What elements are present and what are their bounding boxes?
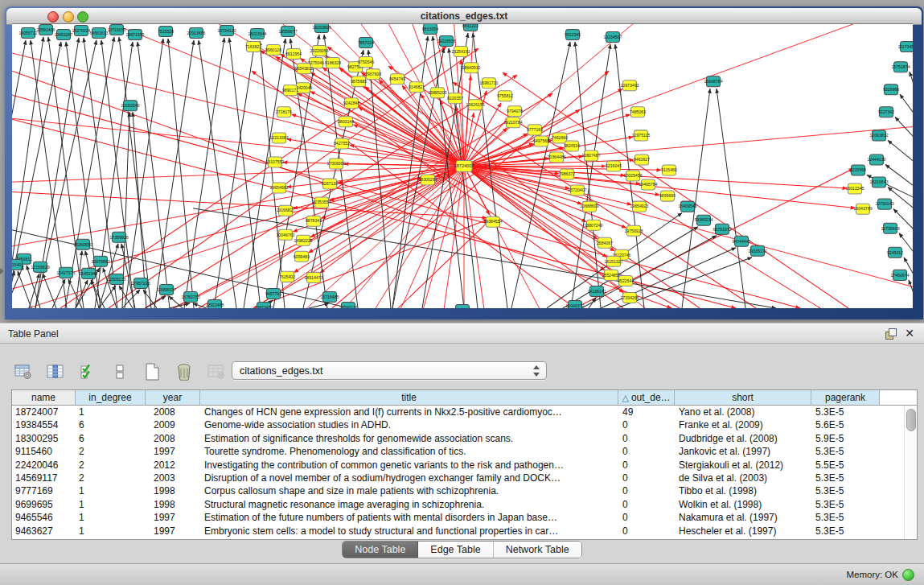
network-node[interactable]: 19756928: [624, 225, 643, 236]
network-node[interactable]: 18640910: [462, 63, 480, 73]
network-node[interactable]: 9115460: [661, 165, 677, 175]
network-node[interactable]: 9329966: [883, 84, 899, 95]
network-node[interactable]: 3315401: [12, 259, 23, 270]
network-node[interactable]: 2967608: [365, 69, 381, 80]
network-node[interactable]: 18807249: [584, 220, 602, 230]
table-row[interactable]: 946362711997Embryonic stem cells: a mode…: [12, 525, 917, 538]
tab-network-table[interactable]: Network Table: [494, 542, 581, 558]
network-node[interactable]: 2684067: [597, 237, 613, 248]
column-header[interactable]: year: [146, 390, 200, 405]
network-node[interactable]: 19556677: [278, 27, 297, 37]
network-node[interactable]: 20873451: [254, 302, 273, 308]
network-node[interactable]: 17359928: [109, 232, 128, 242]
network-node[interactable]: 16012345: [845, 183, 864, 194]
network-node[interactable]: 8267130: [322, 179, 338, 189]
network-node[interactable]: 9242848: [343, 98, 359, 109]
network-node[interactable]: 23226058: [310, 46, 328, 56]
column-header[interactable]: short: [675, 390, 811, 405]
network-node[interactable]: 9777169: [527, 125, 543, 135]
network-node[interactable]: 9755812: [497, 91, 513, 101]
network-node[interactable]: 18590176: [339, 302, 357, 308]
column-header[interactable]: name: [12, 390, 76, 405]
table-row[interactable]: 1872400712008Changes of HCN gene express…: [12, 406, 917, 418]
network-node[interactable]: 13626155: [466, 100, 484, 110]
network-node[interactable]: 9245012: [887, 247, 903, 257]
network-node[interactable]: 16782753: [181, 291, 199, 302]
table-scrollbar[interactable]: [904, 406, 917, 539]
network-node[interactable]: 16409540: [678, 201, 696, 212]
network-node[interactable]: 9875685: [351, 76, 367, 87]
network-node[interactable]: 15885205: [428, 88, 446, 98]
tab-node-table[interactable]: Node Table: [343, 542, 418, 558]
network-node[interactable]: 19210784: [503, 117, 522, 128]
network-node[interactable]: 10973493: [620, 80, 639, 91]
column-header[interactable]: in_degree: [76, 390, 146, 405]
network-node[interactable]: 16961710: [479, 78, 498, 89]
network-node[interactable]: 19654982: [269, 183, 288, 193]
network-node[interactable]: 19384554: [483, 216, 502, 227]
network-node[interactable]: 10688609: [580, 201, 598, 212]
network-node[interactable]: 9699695: [659, 191, 676, 201]
network-node[interactable]: 20913456: [187, 28, 205, 39]
network-node[interactable]: 8134057: [454, 304, 470, 308]
network-node[interactable]: 8186328: [325, 58, 341, 68]
table-select-dropdown[interactable]: citations_edges.txt: [232, 361, 547, 380]
network-node[interactable]: 23254193: [451, 47, 470, 57]
network-node[interactable]: 14055712: [18, 28, 37, 39]
table-row[interactable]: 911546021997Tourette syndrome. Phenomeno…: [12, 445, 917, 458]
column-header[interactable]: pagerank: [811, 390, 880, 405]
network-node[interactable]: 10234567: [603, 32, 622, 43]
table-row[interactable]: 977716911998Corpus callosum shape and si…: [12, 484, 917, 497]
tab-edge-table[interactable]: Edge Table: [418, 542, 493, 558]
network-node[interactable]: 16734120: [217, 26, 236, 36]
network-node[interactable]: 6497568: [533, 136, 549, 146]
network-node[interactable]: 16043789: [853, 204, 872, 214]
network-node[interactable]: 7515528: [158, 27, 174, 37]
network-node[interactable]: 18300295: [418, 175, 437, 185]
network-node[interactable]: 8878342: [306, 216, 322, 226]
network-node[interactable]: 19671355: [125, 30, 144, 40]
network-view-window[interactable]: citations_edges.txt 14055712205914061065…: [5, 6, 923, 319]
network-node[interactable]: 8960128: [265, 45, 281, 56]
network-node[interactable]: 13107552: [265, 157, 284, 167]
network-node[interactable]: 19654923: [630, 201, 648, 212]
column-header[interactable]: △out_de…: [618, 390, 675, 405]
network-node[interactable]: 12093832: [869, 130, 888, 141]
network-node[interactable]: 16648784: [704, 76, 722, 87]
network-node[interactable]: 10653287: [54, 30, 72, 40]
network-node[interactable]: 8912954: [285, 49, 302, 60]
new-table-icon[interactable]: [142, 361, 162, 382]
network-node[interactable]: 8427552: [334, 138, 350, 149]
network-node[interactable]: 12735609: [881, 223, 899, 233]
network-canvas[interactable]: 1405571220591406106532871527002464661613…: [12, 23, 913, 308]
network-node[interactable]: 6099483: [294, 251, 310, 262]
table-row[interactable]: 2242004622012Investigating the contribut…: [12, 459, 917, 472]
network-node[interactable]: 16543812: [294, 64, 313, 74]
network-node[interactable]: 20591406: [36, 25, 55, 35]
network-node[interactable]: 9463627: [634, 154, 650, 165]
network-node[interactable]: 8611223: [462, 24, 478, 31]
network-node[interactable]: 10958107: [157, 284, 175, 295]
network-node[interactable]: 9750546: [358, 57, 374, 68]
network-graph[interactable]: 1405571220591406106532871527002464661613…: [12, 24, 913, 308]
float-panel-icon[interactable]: [885, 328, 897, 340]
network-node[interactable]: 12213383: [269, 133, 288, 143]
network-node[interactable]: 14136141: [587, 286, 606, 296]
table-row[interactable]: 1938455462009Genome-wide association stu…: [12, 418, 917, 431]
network-node[interactable]: 10046763: [276, 229, 294, 240]
memory-status-indicator[interactable]: [902, 569, 914, 581]
node-table[interactable]: namein_degreeyeartitle△out_de…shortpager…: [11, 389, 918, 540]
table-settings-icon[interactable]: [13, 361, 34, 382]
collapsed-panel-arrow-icon[interactable]: [0, 268, 4, 274]
network-node[interactable]: 17006960: [326, 159, 345, 169]
window-titlebar[interactable]: citations_edges.txt: [6, 8, 922, 25]
network-node[interactable]: 2803144: [338, 117, 354, 127]
network-node[interactable]: 13427371: [56, 267, 75, 278]
network-node[interactable]: 2718176: [276, 107, 292, 117]
network-node[interactable]: 18724007: [454, 160, 474, 171]
network-node[interactable]: 18223344: [248, 29, 266, 39]
network-node[interactable]: 3824534: [564, 141, 580, 151]
network-node[interactable]: 10730143: [875, 199, 893, 209]
network-node[interactable]: 17334266: [620, 292, 639, 303]
network-node[interactable]: 9912345: [565, 30, 581, 40]
